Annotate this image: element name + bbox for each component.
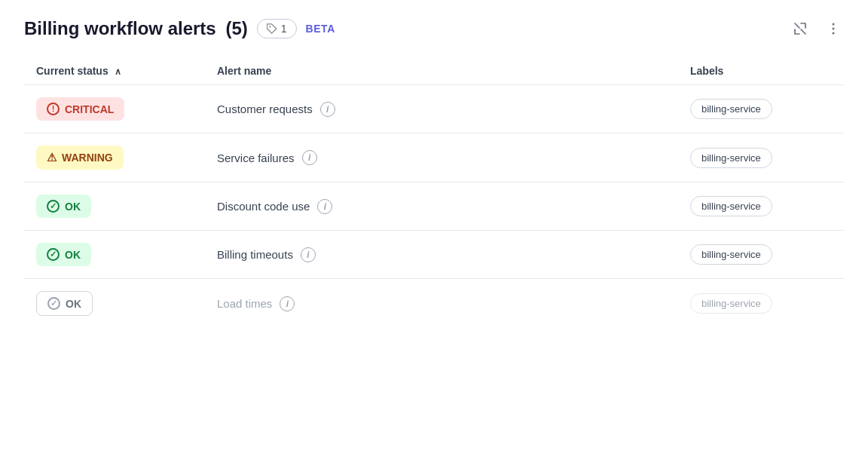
alert-name-wrapper: Service failuresi bbox=[217, 150, 666, 165]
alert-name-cell: Billing timeoutsi bbox=[205, 231, 678, 279]
info-icon[interactable]: i bbox=[301, 247, 316, 262]
info-icon[interactable]: i bbox=[317, 199, 332, 214]
col-alert-name: Alert name bbox=[205, 57, 678, 85]
alert-name-wrapper: Discount code usei bbox=[217, 199, 666, 214]
alert-name-wrapper: Load timesi bbox=[217, 296, 666, 311]
labels-cell: billing-service bbox=[678, 85, 844, 133]
billing-alerts-panel: Billing workflow alerts (5) 1 BETA bbox=[24, 18, 844, 328]
svg-point-2 bbox=[833, 28, 835, 30]
sort-icon: ∧ bbox=[115, 66, 121, 77]
info-icon[interactable]: i bbox=[280, 296, 295, 311]
status-cell: ✓OK bbox=[24, 279, 205, 329]
table-row: !CRITICALCustomer requestsibilling-servi… bbox=[24, 85, 844, 133]
svg-point-3 bbox=[833, 32, 835, 35]
status-label: OK bbox=[65, 249, 81, 261]
title-count: (5) bbox=[225, 18, 247, 38]
label-badge: billing-service bbox=[690, 196, 772, 216]
col-labels-label: Labels bbox=[690, 65, 723, 77]
status-badge: ✓OK bbox=[36, 291, 93, 316]
table-row: ✓OKLoad timesibilling-service bbox=[24, 279, 844, 329]
labels-cell: billing-service bbox=[678, 231, 844, 279]
label-badge: billing-service bbox=[690, 293, 772, 314]
label-badge: billing-service bbox=[690, 148, 772, 168]
labels-cell: billing-service bbox=[678, 279, 844, 329]
table-header: Current status ∧ Alert name Labels bbox=[24, 57, 844, 85]
tag-count: 1 bbox=[281, 23, 287, 35]
info-icon[interactable]: i bbox=[302, 150, 317, 165]
expand-button[interactable] bbox=[790, 18, 811, 39]
alerts-table: Current status ∧ Alert name Labels !CRIT… bbox=[24, 57, 844, 328]
panel-title: Billing workflow alerts (5) bbox=[24, 18, 248, 39]
status-icon: ✓ bbox=[47, 248, 60, 261]
col-labels: Labels bbox=[678, 57, 844, 85]
title-text: Billing workflow alerts bbox=[24, 18, 216, 38]
alert-name-text: Billing timeouts bbox=[217, 248, 293, 261]
status-icon: ! bbox=[47, 103, 60, 115]
status-label: CRITICAL bbox=[65, 103, 114, 115]
status-label: OK bbox=[66, 298, 81, 310]
status-badge: ✓OK bbox=[36, 243, 91, 266]
beta-badge: BETA bbox=[306, 23, 335, 35]
more-button[interactable] bbox=[823, 18, 844, 39]
alert-name-text: Customer requests bbox=[217, 103, 313, 115]
tag-icon bbox=[267, 23, 277, 34]
alert-name-wrapper: Billing timeoutsi bbox=[217, 247, 666, 262]
alert-name-text: Service failures bbox=[217, 152, 295, 164]
status-badge: ⚠WARNING bbox=[36, 146, 124, 170]
status-icon: ✓ bbox=[47, 297, 60, 310]
alert-name-cell: Load timesi bbox=[205, 279, 678, 329]
info-icon[interactable]: i bbox=[320, 102, 335, 117]
table-row: ✓OKDiscount code useibilling-service bbox=[24, 182, 844, 231]
status-label: WARNING bbox=[62, 152, 113, 164]
status-badge: ✓OK bbox=[36, 195, 91, 218]
tag-badge[interactable]: 1 bbox=[257, 19, 297, 38]
col-status-label: Current status bbox=[36, 65, 108, 77]
table-row: ⚠WARNINGService failuresibilling-service bbox=[24, 133, 844, 182]
table-row: ✓OKBilling timeoutsibilling-service bbox=[24, 231, 844, 279]
panel-actions bbox=[790, 18, 844, 39]
labels-cell: billing-service bbox=[678, 182, 844, 231]
status-cell: ✓OK bbox=[24, 182, 205, 231]
labels-cell: billing-service bbox=[678, 133, 844, 182]
status-label: OK bbox=[65, 201, 81, 213]
status-icon: ⚠ bbox=[47, 151, 57, 164]
panel-header: Billing workflow alerts (5) 1 BETA bbox=[24, 18, 844, 57]
status-cell: ✓OK bbox=[24, 231, 205, 279]
col-status[interactable]: Current status ∧ bbox=[24, 57, 205, 85]
alert-name-cell: Discount code usei bbox=[205, 182, 678, 231]
status-cell: !CRITICAL bbox=[24, 85, 205, 133]
table-body: !CRITICALCustomer requestsibilling-servi… bbox=[24, 85, 844, 329]
alert-name-text: Load times bbox=[217, 297, 272, 310]
status-icon: ✓ bbox=[47, 200, 60, 213]
label-badge: billing-service bbox=[690, 99, 772, 119]
more-icon bbox=[826, 21, 841, 36]
alert-name-cell: Service failuresi bbox=[205, 133, 678, 182]
alert-name-text: Discount code use bbox=[217, 200, 310, 213]
status-badge: !CRITICAL bbox=[36, 97, 124, 121]
svg-point-1 bbox=[833, 23, 835, 26]
alert-name-cell: Customer requestsi bbox=[205, 85, 678, 133]
svg-point-0 bbox=[269, 26, 270, 27]
expand-icon bbox=[793, 21, 808, 36]
label-badge: billing-service bbox=[690, 244, 772, 265]
alert-name-wrapper: Customer requestsi bbox=[217, 102, 666, 117]
col-alert-name-label: Alert name bbox=[217, 65, 271, 77]
status-cell: ⚠WARNING bbox=[24, 133, 205, 182]
